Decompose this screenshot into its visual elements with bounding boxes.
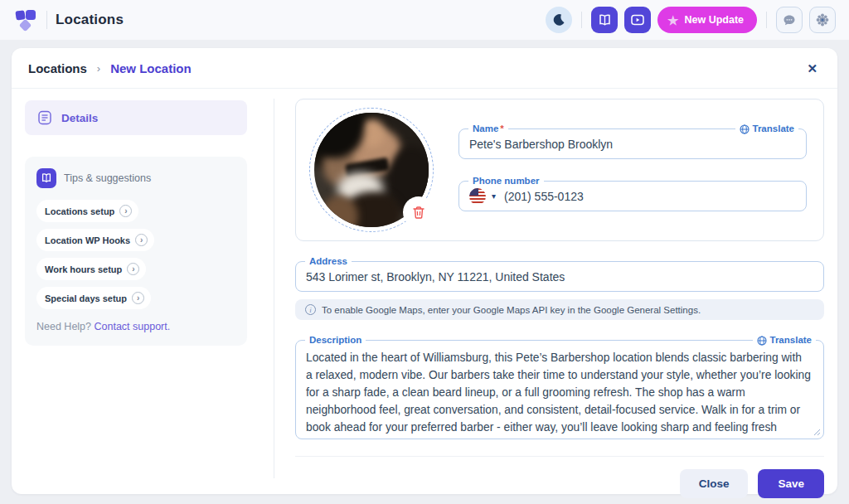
top-bar: Locations ★ New Update	[0, 0, 849, 40]
tab-details-label: Details	[61, 112, 98, 124]
video-icon	[631, 14, 644, 26]
dark-mode-toggle[interactable]	[546, 7, 572, 33]
feedback-chat-button[interactable]	[776, 7, 803, 33]
description-label: Description	[305, 334, 366, 346]
phone-field: Phone number ▾	[458, 181, 807, 211]
video-tutorials-button[interactable]	[624, 7, 651, 33]
page-title: Locations	[56, 12, 124, 28]
address-label: Address	[305, 255, 352, 268]
name-label: Name*	[468, 123, 508, 135]
help-line: Need Help? Contact support.	[36, 321, 235, 332]
chip-label: Locations setup	[45, 206, 114, 216]
name-translate-button[interactable]: Translate	[735, 123, 799, 135]
breadcrumb-locations[interactable]: Locations	[28, 61, 87, 75]
details-document-icon	[36, 109, 53, 126]
app-logo-icon	[13, 7, 38, 32]
resize-handle[interactable]	[813, 429, 821, 436]
chevron-circle-icon: ›	[119, 205, 132, 217]
country-flag-us-icon[interactable]	[469, 188, 486, 205]
trash-icon	[412, 206, 425, 220]
tips-header: Tips & suggestions	[36, 168, 235, 188]
chip-special-days-setup[interactable]: Special days setup ›	[36, 287, 151, 309]
description-field: Description Translate Located in the hea…	[295, 340, 824, 439]
brand: Locations	[13, 7, 124, 32]
chip-location-wp-hooks[interactable]: Location WP Hooks ›	[36, 229, 154, 251]
tips-chips: Locations setup › Location WP Hooks › Wo…	[36, 200, 235, 309]
chevron-circle-icon: ›	[127, 263, 139, 275]
google-maps-note-text: To enable Google Maps, enter your Google…	[322, 305, 701, 315]
help-text: Need Help?	[36, 321, 91, 332]
description-textarea[interactable]: Located in the heart of Williamsburg, th…	[296, 350, 821, 434]
close-button[interactable]: Close	[680, 469, 749, 498]
breadcrumb-new-location: New Location	[110, 61, 192, 75]
description-translate-button[interactable]: Translate	[753, 334, 817, 346]
column-divider	[274, 99, 274, 478]
phone-input[interactable]	[499, 182, 806, 211]
topbar-divider	[581, 12, 582, 28]
book-icon	[598, 14, 612, 27]
brand-divider	[46, 11, 47, 29]
location-form: Name* Translate Ph	[295, 99, 824, 498]
delete-photo-button[interactable]	[405, 199, 432, 225]
tab-details[interactable]: Details	[25, 100, 247, 135]
tips-book-icon	[36, 168, 56, 188]
chip-label: Special days setup	[45, 293, 127, 303]
phone-label: Phone number	[468, 175, 544, 187]
chevron-down-icon[interactable]: ▾	[492, 191, 496, 201]
footer-divider	[295, 456, 824, 457]
globe-icon	[740, 124, 750, 134]
save-button[interactable]: Save	[758, 469, 824, 498]
moon-icon	[552, 13, 565, 27]
sidebar: Details Tips & suggestions Locations set…	[25, 100, 247, 346]
chip-work-hours-setup[interactable]: Work hours setup ›	[36, 258, 146, 280]
contact-support-link[interactable]: Contact support.	[95, 321, 171, 332]
profile-section: Name* Translate Ph	[295, 99, 824, 241]
gear-icon	[816, 13, 829, 27]
chip-label: Location WP Hooks	[45, 235, 130, 245]
address-input[interactable]	[296, 262, 823, 291]
documentation-button[interactable]	[591, 7, 618, 33]
new-update-label: New Update	[684, 14, 744, 26]
globe-icon	[757, 336, 767, 346]
topbar-divider-2	[766, 12, 767, 28]
new-update-button[interactable]: ★ New Update	[657, 7, 757, 33]
chevron-circle-icon: ›	[135, 234, 148, 246]
star-icon: ★	[667, 14, 678, 27]
chip-label: Work hours setup	[45, 264, 122, 274]
form-actions: Close Save	[295, 469, 824, 498]
name-phone-fields: Name* Translate Ph	[458, 128, 807, 211]
name-field: Name* Translate	[458, 128, 807, 159]
topbar-actions: ★ New Update	[546, 7, 836, 33]
tips-title: Tips & suggestions	[64, 172, 151, 184]
chip-locations-setup[interactable]: Locations setup ›	[36, 200, 138, 222]
address-field: Address	[295, 261, 824, 292]
chevron-circle-icon: ›	[132, 292, 144, 304]
google-maps-note: i To enable Google Maps, enter your Goog…	[295, 299, 824, 320]
locations-panel: Locations › New Location ✕ Details	[12, 48, 837, 494]
settings-button[interactable]	[809, 7, 836, 33]
info-icon: i	[305, 304, 316, 315]
chat-bubble-icon	[783, 14, 796, 27]
panel-content: Details Tips & suggestions Locations set…	[12, 89, 837, 493]
location-avatar	[309, 108, 434, 232]
chevron-right-icon: ›	[97, 62, 100, 75]
tips-panel: Tips & suggestions Locations setup › Loc…	[25, 157, 247, 346]
breadcrumb: Locations › New Location ✕	[12, 48, 837, 89]
close-icon[interactable]: ✕	[803, 59, 821, 78]
